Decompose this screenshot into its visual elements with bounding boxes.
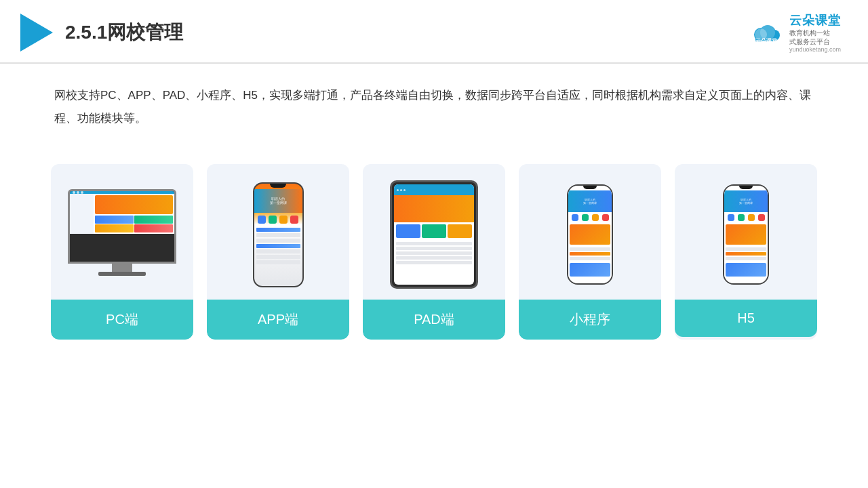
pad-tablet-icon (390, 180, 478, 289)
brand-url: yunduoketang.com (789, 46, 841, 53)
page-title: 2.5.1网校管理 (65, 20, 183, 45)
header-right: 云朵课堂 云朵课堂 教育机构一站式服务云平台 yunduoketang.com (749, 12, 841, 53)
brand-text: 云朵课堂 教育机构一站式服务云平台 yunduoketang.com (789, 12, 841, 53)
app-label: APP端 (207, 300, 349, 340)
pad-label: PAD端 (363, 300, 505, 340)
svg-text:云朵课堂: 云朵课堂 (755, 38, 778, 44)
miniprogram-phone-icon: 职涯人的第一堂网课 (567, 184, 613, 285)
app-phone-icon: 职涯人的第一堂网课 (253, 182, 304, 287)
app-image-area: 职涯人的第一堂网课 (207, 164, 349, 300)
brand-logo: 云朵课堂 云朵课堂 教育机构一站式服务云平台 yunduoketang.com (749, 12, 841, 53)
logo-triangle-icon (20, 14, 53, 52)
header: 2.5.1网校管理 云朵课堂 云朵课堂 教育机构一站式服务云平台 yunduok… (0, 0, 868, 64)
pc-monitor-icon (64, 189, 180, 281)
pc-label: PC端 (51, 300, 193, 340)
brand-name: 云朵课堂 (789, 12, 841, 28)
pc-image-area (51, 164, 193, 300)
miniprogram-image-area: 职涯人的第一堂网课 (519, 164, 661, 300)
brand-tagline: 教育机构一站式服务云平台 (789, 28, 830, 46)
cards-container: PC端 职涯人的第一堂网课 (0, 144, 868, 340)
pc-card: PC端 (51, 164, 193, 340)
app-card: 职涯人的第一堂网课 (207, 164, 349, 340)
h5-label: H5 (675, 300, 817, 337)
h5-image-area: 职涯人的第一堂网课 (675, 164, 817, 300)
description-text: 网校支持PC、APP、PAD、小程序、H5，实现多端打通，产品各终端自由切换，数… (54, 84, 814, 130)
h5-phone-icon: 职涯人的第一堂网课 (723, 184, 769, 285)
description: 网校支持PC、APP、PAD、小程序、H5，实现多端打通，产品各终端自由切换，数… (0, 64, 868, 137)
pad-card: PAD端 (363, 164, 505, 340)
pad-image-area (363, 164, 505, 300)
miniprogram-card: 职涯人的第一堂网课 (519, 164, 661, 340)
header-left: 2.5.1网校管理 (20, 14, 183, 52)
h5-card: 职涯人的第一堂网课 (675, 164, 817, 340)
cloud-icon: 云朵课堂 (749, 20, 784, 45)
miniprogram-label: 小程序 (519, 300, 661, 340)
